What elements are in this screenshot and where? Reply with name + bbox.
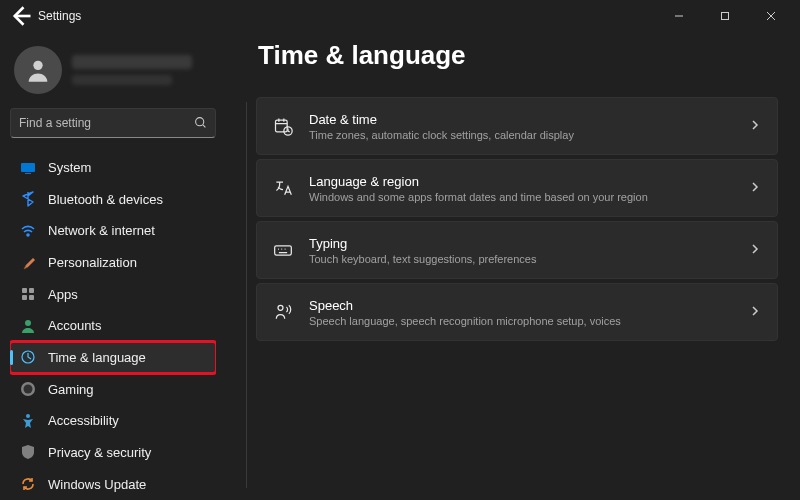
svg-rect-8 [25, 173, 31, 174]
user-section[interactable] [10, 42, 216, 108]
accessibility-icon [20, 413, 36, 429]
card-title: Typing [309, 236, 733, 251]
nav-label: Time & language [48, 350, 146, 365]
sidebar-item-system[interactable]: System [10, 152, 216, 184]
nav-label: Bluetooth & devices [48, 192, 163, 207]
svg-rect-13 [29, 295, 34, 300]
nav-label: Apps [48, 287, 78, 302]
svg-rect-7 [21, 163, 35, 172]
nav-label: Privacy & security [48, 445, 151, 460]
user-name-redacted [72, 55, 192, 69]
avatar [14, 46, 62, 94]
svg-point-18 [26, 414, 30, 418]
keyboard-icon [273, 240, 293, 260]
svg-point-17 [24, 385, 33, 394]
minimize-button[interactable] [656, 0, 702, 32]
svg-point-4 [33, 61, 42, 70]
display-icon [20, 160, 36, 176]
svg-point-5 [196, 118, 204, 126]
svg-rect-12 [22, 295, 27, 300]
card-subtitle: Speech language, speech recognition micr… [309, 315, 733, 327]
chevron-right-icon [749, 303, 761, 321]
svg-rect-10 [22, 288, 27, 293]
card-date-time[interactable]: Date & time Time zones, automatic clock … [256, 97, 778, 155]
card-title: Language & region [309, 174, 733, 189]
nav-label: Accessibility [48, 413, 119, 428]
close-button[interactable] [748, 0, 794, 32]
apps-icon [20, 286, 36, 302]
svg-rect-21 [275, 246, 292, 255]
sidebar-item-update[interactable]: Windows Update [10, 468, 216, 500]
globe-clock-icon [20, 349, 36, 365]
nav-label: Gaming [48, 382, 94, 397]
card-title: Speech [309, 298, 733, 313]
card-subtitle: Windows and some apps format dates and t… [309, 191, 733, 203]
language-icon [273, 178, 293, 198]
sidebar-item-time-language[interactable]: Time & language [10, 342, 216, 374]
card-language-region[interactable]: Language & region Windows and some apps … [256, 159, 778, 217]
user-email-redacted [72, 75, 172, 85]
svg-line-6 [203, 125, 205, 127]
sidebar-item-accessibility[interactable]: Accessibility [10, 405, 216, 437]
card-typing[interactable]: Typing Touch keyboard, text suggestions,… [256, 221, 778, 279]
search-box[interactable] [10, 108, 216, 138]
svg-point-9 [27, 234, 29, 236]
content-pane: Time & language Date & time Time zones, … [226, 32, 800, 500]
nav-label: Network & internet [48, 223, 155, 238]
sidebar-item-apps[interactable]: Apps [10, 278, 216, 310]
search-input[interactable] [19, 116, 194, 130]
sidebar-item-accounts[interactable]: Accounts [10, 310, 216, 342]
chevron-right-icon [749, 241, 761, 259]
person-icon [20, 318, 36, 334]
calendar-clock-icon [273, 116, 293, 136]
chevron-right-icon [749, 179, 761, 197]
bluetooth-icon [20, 191, 36, 207]
sidebar-item-network[interactable]: Network & internet [10, 215, 216, 247]
update-icon [20, 476, 36, 492]
wifi-icon [20, 223, 36, 239]
maximize-button[interactable] [702, 0, 748, 32]
svg-rect-11 [29, 288, 34, 293]
speech-icon [273, 302, 293, 322]
nav-label: System [48, 160, 91, 175]
search-icon [194, 116, 207, 129]
sidebar-item-gaming[interactable]: Gaming [10, 373, 216, 405]
nav-label: Accounts [48, 318, 101, 333]
shield-icon [20, 444, 36, 460]
sidebar-item-privacy[interactable]: Privacy & security [10, 437, 216, 469]
nav-label: Personalization [48, 255, 137, 270]
titlebar: Settings [0, 0, 800, 32]
page-title: Time & language [258, 40, 778, 71]
sidebar-item-bluetooth[interactable]: Bluetooth & devices [10, 183, 216, 215]
chevron-right-icon [749, 117, 761, 135]
svg-point-22 [278, 305, 283, 310]
back-button[interactable] [6, 2, 34, 30]
nav-label: Windows Update [48, 477, 146, 492]
app-title: Settings [38, 9, 81, 23]
card-subtitle: Time zones, automatic clock settings, ca… [309, 129, 733, 141]
card-title: Date & time [309, 112, 733, 127]
svg-point-14 [25, 320, 31, 326]
card-list: Date & time Time zones, automatic clock … [256, 97, 778, 341]
svg-rect-19 [276, 120, 288, 132]
card-speech[interactable]: Speech Speech language, speech recogniti… [256, 283, 778, 341]
brush-icon [20, 255, 36, 271]
sidebar-item-personalization[interactable]: Personalization [10, 247, 216, 279]
svg-rect-1 [722, 13, 729, 20]
gaming-icon [20, 381, 36, 397]
content-divider [246, 102, 247, 488]
nav-list: System Bluetooth & devices Network & int… [10, 152, 216, 500]
sidebar: System Bluetooth & devices Network & int… [0, 32, 226, 500]
card-subtitle: Touch keyboard, text suggestions, prefer… [309, 253, 733, 265]
